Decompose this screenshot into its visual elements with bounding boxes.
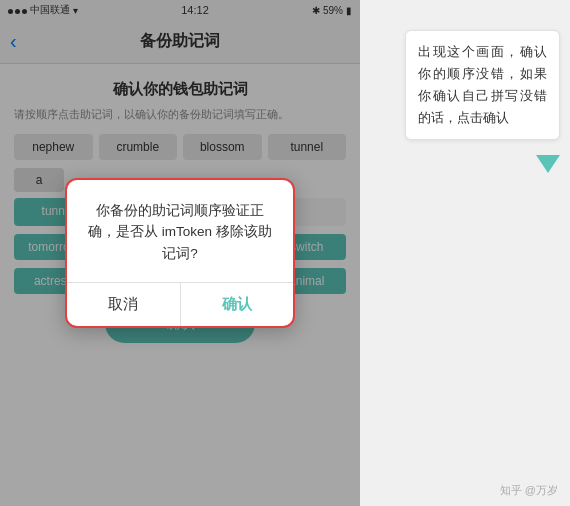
dialog-message: 你备份的助记词顺序验证正确，是否从 imToken 移除该助记词?: [85, 200, 275, 265]
dialog-overlay: 你备份的助记词顺序验证正确，是否从 imToken 移除该助记词? 取消 确认: [0, 0, 360, 506]
dialog-buttons: 取消 确认: [67, 282, 293, 326]
dialog-ok-button[interactable]: 确认: [181, 283, 294, 326]
phone-screen: 中国联通 ▾ 14:12 ✱ 59% ▮ ‹ 备份助记词 确认你的钱包助记词 请…: [0, 0, 360, 506]
dialog-box: 你备份的助记词顺序验证正确，是否从 imToken 移除该助记词? 取消 确认: [65, 178, 295, 329]
annotation-bubble: 出现这个画面，确认你的顺序没错，如果你确认自己拼写没错的话，点击确认: [405, 30, 560, 140]
dialog-cancel-button[interactable]: 取消: [67, 283, 181, 326]
annotation-area: 出现这个画面，确认你的顺序没错，如果你确认自己拼写没错的话，点击确认 知乎 @万…: [360, 0, 570, 506]
watermark: 知乎 @万岁: [500, 483, 558, 498]
arrow-down-icon: [536, 155, 560, 173]
